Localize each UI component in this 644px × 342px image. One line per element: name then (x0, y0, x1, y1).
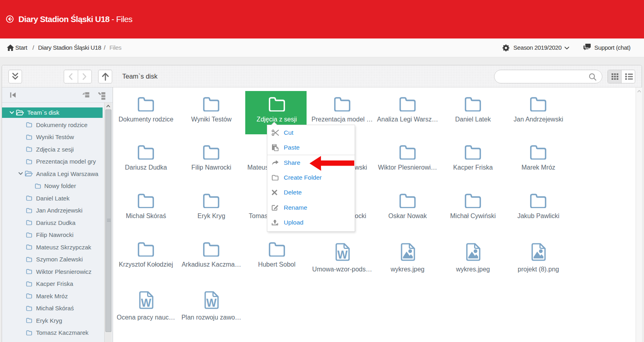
svg-text:W: W (337, 248, 348, 261)
svg-text:W: W (141, 296, 151, 309)
svg-text:W: W (206, 296, 217, 309)
